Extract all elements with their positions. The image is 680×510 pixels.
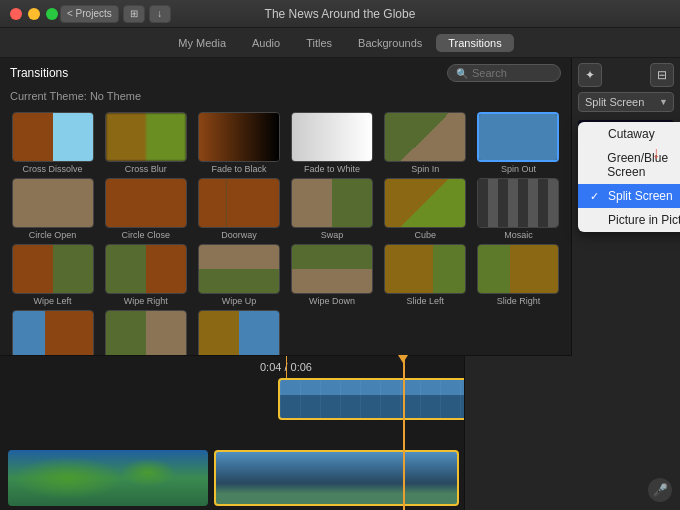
transition-thumb <box>384 244 466 294</box>
dropdown-item-split-screen[interactable]: ✓ Split Screen <box>578 184 680 208</box>
check-selected-icon: ✓ <box>590 190 602 203</box>
dropdown-item-picture-in-picture[interactable]: Picture in Picture <box>578 208 680 232</box>
list-item[interactable]: Spin Out <box>474 112 563 174</box>
transition-thumb <box>291 112 373 162</box>
right-panel-toolbar: ✦ ⊟ <box>572 58 680 92</box>
close-btn[interactable] <box>10 8 22 20</box>
transition-thumb <box>291 244 373 294</box>
tab-titles[interactable]: Titles <box>294 34 344 52</box>
list-item[interactable]: Wipe Left <box>8 244 97 306</box>
current-theme-label: Current Theme: No Theme <box>0 88 571 108</box>
transition-label: Cross Blur <box>125 164 167 174</box>
tab-transitions[interactable]: Transitions <box>436 34 513 52</box>
arrow-indicator: ↓ <box>652 144 660 162</box>
transition-label: Spin In <box>411 164 439 174</box>
overlay-type-dropdown[interactable]: Cutaway Green/Blue Screen Split Screen P… <box>578 92 674 112</box>
search-box[interactable]: 🔍 <box>447 64 561 82</box>
transition-thumb <box>12 244 94 294</box>
tab-backgrounds[interactable]: Backgrounds <box>346 34 434 52</box>
search-input[interactable] <box>472 67 552 79</box>
clip-world-map[interactable] <box>8 450 208 506</box>
transition-thumb-selected <box>477 112 559 162</box>
transition-label: Wipe Up <box>222 296 257 306</box>
import-button[interactable]: ↓ <box>149 5 171 23</box>
traffic-lights <box>10 8 58 20</box>
settings-button[interactable]: ⊟ <box>650 63 674 87</box>
transition-label: Mosaic <box>504 230 533 240</box>
transition-label: Cube <box>414 230 436 240</box>
transition-label: Swap <box>321 230 344 240</box>
list-item[interactable]: Fade to White <box>287 112 376 174</box>
panel-header: Transitions 🔍 <box>0 58 571 88</box>
dropdown-menu: Cutaway Green/Blue Screen ✓ Split Screen… <box>578 122 680 232</box>
transition-thumb <box>198 178 280 228</box>
dropdown-item-label: Cutaway <box>608 127 655 141</box>
transition-thumb <box>198 244 280 294</box>
split-view-button[interactable]: ⊞ <box>123 5 145 23</box>
transition-label: Slide Left <box>406 296 444 306</box>
transition-label: Spin Out <box>501 164 536 174</box>
list-item[interactable]: Spin In <box>381 112 470 174</box>
dropdown-item-label: Picture in Picture <box>608 213 680 227</box>
list-item[interactable]: Slide Left <box>381 244 470 306</box>
transition-label: Circle Open <box>29 230 77 240</box>
window-title: The News Around the Globe <box>265 7 416 21</box>
list-item[interactable]: Cube <box>381 178 470 240</box>
overlay-type-dropdown-container: Cutaway Green/Blue Screen Split Screen P… <box>572 92 680 116</box>
search-icon: 🔍 <box>456 68 468 79</box>
transition-label: Wipe Right <box>124 296 168 306</box>
top-nav: My Media Audio Titles Backgrounds Transi… <box>0 28 680 58</box>
transition-thumb <box>477 244 559 294</box>
transition-thumb <box>105 244 187 294</box>
list-item[interactable]: Swap <box>287 178 376 240</box>
timeline-right-panel <box>464 355 572 510</box>
list-item[interactable]: Wipe Down <box>287 244 376 306</box>
transition-label: Fade to Black <box>211 164 266 174</box>
dropdown-item-green-blue[interactable]: Green/Blue Screen <box>578 146 680 184</box>
list-item[interactable]: Doorway <box>194 178 283 240</box>
list-item[interactable]: Mosaic <box>474 178 563 240</box>
list-item[interactable]: Fade to Black <box>194 112 283 174</box>
transition-thumb <box>384 112 466 162</box>
transition-thumb <box>12 178 94 228</box>
transition-thumb <box>105 178 187 228</box>
transition-label: Cross Dissolve <box>23 164 83 174</box>
projects-back-button[interactable]: < Projects <box>60 5 119 23</box>
transition-thumb <box>477 178 559 228</box>
transition-label: Doorway <box>221 230 257 240</box>
timeline-area: 0:04 / 0:06 ⊳| <box>0 355 572 510</box>
transition-label: Slide Right <box>497 296 541 306</box>
transition-thumb <box>291 178 373 228</box>
dropdown-item-label: Green/Blue Screen <box>607 151 680 179</box>
transition-thumb <box>105 112 187 162</box>
panel-title: Transitions <box>10 66 68 80</box>
fullscreen-btn[interactable] <box>46 8 58 20</box>
transition-thumb <box>198 112 280 162</box>
dropdown-item-label: Split Screen <box>608 189 673 203</box>
list-item[interactable]: Wipe Right <box>101 244 190 306</box>
transition-thumb <box>105 310 187 360</box>
dropdown-item-cutaway[interactable]: Cutaway <box>578 122 680 146</box>
transition-label: Circle Close <box>121 230 170 240</box>
playhead-line <box>403 356 405 510</box>
transition-thumb <box>12 310 94 360</box>
list-item[interactable]: Wipe Up <box>194 244 283 306</box>
microphone-button[interactable]: 🎤 <box>648 478 672 502</box>
transition-label: Wipe Down <box>309 296 355 306</box>
transition-label: Fade to White <box>304 164 360 174</box>
tab-audio[interactable]: Audio <box>240 34 292 52</box>
list-item[interactable]: Cross Dissolve <box>8 112 97 174</box>
titlebar: < Projects ⊞ ↓ The News Around the Globe <box>0 0 680 28</box>
list-item[interactable]: Circle Close <box>101 178 190 240</box>
transition-thumb <box>12 112 94 162</box>
tab-my-media[interactable]: My Media <box>166 34 238 52</box>
minimize-btn[interactable] <box>28 8 40 20</box>
list-item[interactable]: Circle Open <box>8 178 97 240</box>
wand-button[interactable]: ✦ <box>578 63 602 87</box>
transition-label: Wipe Left <box>34 296 72 306</box>
playhead-triangle <box>398 355 408 363</box>
list-item[interactable]: Cross Blur <box>101 112 190 174</box>
clip-waterfall[interactable] <box>214 450 459 506</box>
playhead-indicator <box>286 356 287 378</box>
list-item[interactable]: Slide Right <box>474 244 563 306</box>
